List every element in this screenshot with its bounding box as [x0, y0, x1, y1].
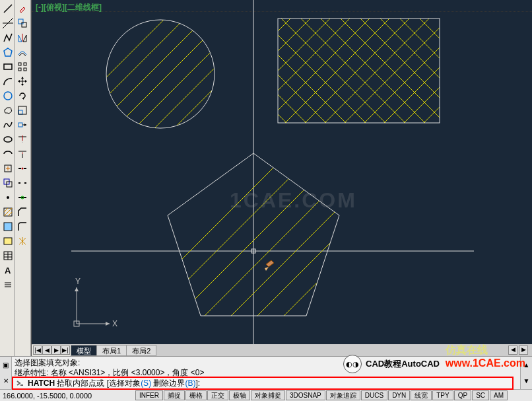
circle-tool-icon[interactable]: [0, 89, 15, 103]
svg-line-115: [210, 178, 474, 345]
mirror-tool-icon[interactable]: [15, 30, 30, 45]
trim-tool-icon[interactable]: [15, 132, 30, 147]
cmd-scroll-down-icon[interactable]: ▼: [521, 377, 532, 384]
ellipse-tool-icon[interactable]: [0, 132, 15, 147]
drawing-canvas[interactable]: X Y: [32, 0, 531, 345]
hatched-rectangle[interactable]: [263, 0, 467, 185]
fillet-tool-icon[interactable]: [15, 219, 30, 234]
polygon-tool-icon[interactable]: [0, 45, 15, 59]
svg-text:X: X: [112, 319, 117, 328]
ellipsearc-tool-icon[interactable]: [0, 147, 15, 161]
svg-rect-27: [18, 19, 23, 24]
tab-prev-icon[interactable]: ◀: [42, 346, 51, 355]
svg-line-90: [263, 99, 316, 152]
stretch-tool-icon[interactable]: [15, 118, 30, 132]
hatched-circle[interactable]: [58, 0, 299, 215]
svg-line-87: [415, 0, 467, 46]
svg-line-100: [263, 0, 296, 26]
chamfer-tool-icon[interactable]: [15, 205, 30, 219]
cmd-scroll-up-icon[interactable]: ▲: [521, 361, 532, 369]
break-at-point-tool-icon[interactable]: [15, 161, 30, 176]
hatched-pentagon[interactable]: [104, 73, 531, 345]
cmd-history-up-icon[interactable]: ▣: [3, 361, 9, 369]
modify-toolbar: [15, 0, 31, 356]
insert-block-tool-icon[interactable]: [0, 161, 15, 176]
gradient-tool-icon[interactable]: [0, 219, 15, 234]
scale-tool-icon[interactable]: [15, 103, 30, 118]
svg-line-67: [108, 23, 259, 175]
more-tool-icon[interactable]: [0, 277, 15, 292]
svg-point-75: [106, 20, 215, 128]
array-tool-icon[interactable]: [15, 59, 30, 74]
tab-next-icon[interactable]: ▶: [51, 346, 61, 355]
status-btn-qp[interactable]: QP: [454, 390, 471, 400]
tab-first-icon[interactable]: |◀: [33, 346, 42, 355]
svg-line-93: [263, 0, 434, 165]
svg-line-119: [236, 205, 500, 345]
rectangle-tool-icon[interactable]: [0, 59, 15, 74]
arc-tool-icon[interactable]: [0, 74, 15, 89]
svg-line-110: [144, 112, 408, 345]
hatch-tool-icon[interactable]: [0, 205, 15, 219]
status-btn-polar[interactable]: 极轴: [229, 390, 250, 400]
left-toolbars: A: [0, 0, 31, 356]
status-btn-tpy[interactable]: TPY: [432, 390, 453, 400]
cmd-history-down-icon[interactable]: ✕: [3, 377, 9, 384]
svg-line-118: [223, 192, 487, 345]
tab-layout2[interactable]: 布局2: [126, 345, 156, 356]
drawing-area[interactable]: [-][俯视][二维线框]: [31, 0, 532, 356]
svg-line-111: [157, 126, 421, 345]
move-tool-icon[interactable]: [15, 74, 30, 89]
copy-tool-icon[interactable]: [15, 16, 30, 30]
offset-tool-icon[interactable]: [15, 45, 30, 59]
rotate-tool-icon[interactable]: [15, 89, 30, 103]
erase-tool-icon[interactable]: [15, 1, 30, 16]
table-tool-icon[interactable]: [0, 248, 15, 263]
status-btn-ortho[interactable]: 正交: [207, 390, 228, 400]
status-btn-osnap[interactable]: 对象捕捉: [251, 390, 285, 400]
command-input[interactable]: HATCH 拾取内部点或 [选择对象(S) 删除边界(B)]:: [12, 377, 514, 390]
svg-marker-127: [75, 287, 79, 291]
status-btn-ducs[interactable]: DUCS: [361, 390, 387, 400]
wechat-icon: ◐◑: [343, 355, 362, 373]
explode-tool-icon[interactable]: [15, 234, 30, 248]
join-tool-icon[interactable]: [15, 190, 30, 205]
svg-marker-41: [25, 80, 27, 83]
status-btn-otrack[interactable]: 对象追踪: [326, 390, 360, 400]
svg-rect-33: [24, 63, 26, 65]
svg-line-69: [117, 33, 269, 185]
point-tool-icon[interactable]: [0, 190, 15, 205]
status-btn-lwt[interactable]: 线宽: [411, 390, 432, 400]
cmd-history-line-1: 选择图案填充对象:: [15, 358, 517, 368]
svg-line-82: [316, 0, 467, 145]
tab-model[interactable]: 模型: [71, 345, 97, 356]
region-tool-icon[interactable]: [0, 234, 15, 248]
svg-rect-17: [4, 223, 12, 231]
hscroll-right-icon[interactable]: ▶: [519, 346, 528, 355]
make-block-tool-icon[interactable]: [0, 176, 15, 190]
break-tool-icon[interactable]: [15, 176, 30, 190]
extend-tool-icon[interactable]: [15, 147, 30, 161]
spline-tool-icon[interactable]: [0, 118, 15, 132]
mtext-tool-icon[interactable]: A: [0, 263, 15, 277]
revcloud-tool-icon[interactable]: [0, 103, 15, 118]
status-btn-am[interactable]: AM: [490, 390, 508, 400]
polyline-tool-icon[interactable]: [0, 30, 15, 45]
tab-last-icon[interactable]: ▶|: [61, 346, 70, 355]
line-tool-icon[interactable]: [0, 1, 15, 16]
status-btn-dyn[interactable]: DYN: [388, 390, 410, 400]
hscroll-left-icon[interactable]: ◀: [508, 346, 517, 355]
tab-layout1[interactable]: 布局1: [96, 345, 127, 356]
svg-line-16: [8, 212, 12, 216]
xline-tool-icon[interactable]: [0, 16, 15, 30]
svg-line-97: [263, 0, 355, 86]
svg-line-70: [127, 43, 279, 195]
status-btn-3dosnap[interactable]: 3DOSNAP: [286, 390, 325, 400]
svg-line-117: [104, 73, 368, 337]
svg-line-74: [58, 0, 210, 126]
status-btn-snap[interactable]: 捕捉: [164, 390, 185, 400]
svg-line-105: [395, 79, 467, 152]
status-btn-sc[interactable]: SC: [472, 390, 489, 400]
status-btn-infer[interactable]: INFER: [135, 390, 163, 400]
status-btn-grid[interactable]: 栅格: [185, 390, 207, 400]
